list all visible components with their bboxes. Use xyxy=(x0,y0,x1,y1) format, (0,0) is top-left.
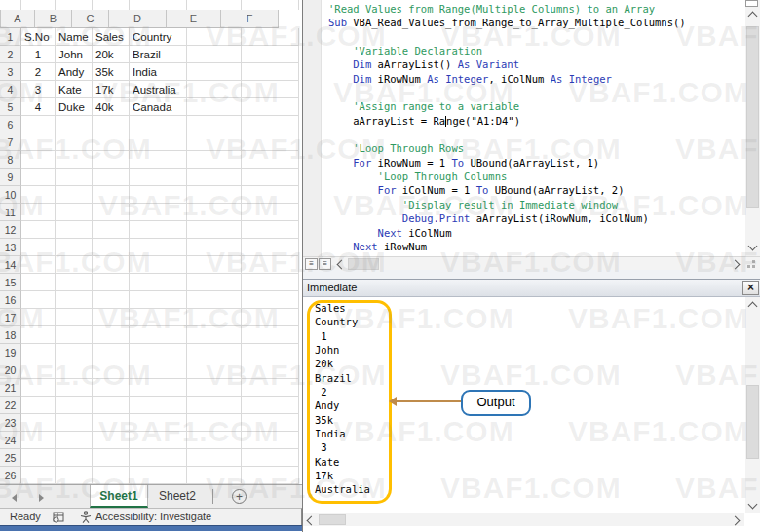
cell[interactable]: Brazil xyxy=(130,46,187,63)
cell[interactable] xyxy=(187,467,242,484)
cell[interactable] xyxy=(242,291,299,309)
cell[interactable] xyxy=(93,186,130,204)
cell[interactable] xyxy=(56,467,93,484)
cell[interactable] xyxy=(130,186,187,204)
cell[interactable] xyxy=(21,116,56,133)
cell[interactable] xyxy=(56,291,93,309)
cell[interactable] xyxy=(21,133,56,151)
cell[interactable] xyxy=(93,344,130,361)
scroll-right-icon[interactable] xyxy=(731,516,741,526)
cell[interactable] xyxy=(187,169,242,186)
cell[interactable] xyxy=(93,116,130,133)
cell[interactable] xyxy=(21,432,56,449)
cell[interactable] xyxy=(242,81,299,98)
code-pane[interactable]: 'Read Values from Range(Multiple Columns… xyxy=(303,0,760,256)
cell[interactable] xyxy=(187,326,242,344)
cell[interactable] xyxy=(187,432,242,449)
scroll-down-icon[interactable] xyxy=(748,242,758,251)
cell[interactable] xyxy=(21,309,56,326)
cell[interactable] xyxy=(56,186,93,204)
cell[interactable]: Duke xyxy=(56,98,93,116)
cell[interactable] xyxy=(242,467,299,484)
column-header[interactable]: A xyxy=(1,10,35,28)
cell[interactable] xyxy=(21,169,56,186)
cell[interactable] xyxy=(130,256,187,274)
split-handle[interactable] xyxy=(745,0,758,7)
code-hscrollbar[interactable]: ≡ ≡ xyxy=(303,256,760,270)
cell[interactable]: Sales xyxy=(93,28,130,46)
row-header[interactable]: 12 xyxy=(0,221,21,239)
row-header[interactable]: 19 xyxy=(0,344,21,361)
cell[interactable] xyxy=(130,449,187,467)
row-header[interactable]: 20 xyxy=(0,361,21,379)
cell[interactable] xyxy=(130,151,187,169)
cell[interactable]: 20k xyxy=(93,46,130,63)
cell[interactable] xyxy=(242,414,299,432)
cell[interactable] xyxy=(56,361,93,379)
cell[interactable] xyxy=(242,361,299,379)
resize-grip[interactable] xyxy=(752,260,755,263)
cell[interactable] xyxy=(56,449,93,467)
row-header[interactable]: 2 xyxy=(0,46,21,63)
cell[interactable]: Canada xyxy=(130,98,187,116)
cell[interactable] xyxy=(130,344,187,361)
cell[interactable] xyxy=(187,151,242,169)
scroll-right-icon[interactable] xyxy=(731,260,741,270)
cell[interactable]: Kate xyxy=(56,81,93,98)
cell[interactable] xyxy=(56,169,93,186)
cell[interactable] xyxy=(21,239,56,256)
cell[interactable] xyxy=(187,186,242,204)
immediate-vscroll-thumb[interactable] xyxy=(746,385,759,459)
cell[interactable] xyxy=(56,239,93,256)
cell[interactable] xyxy=(187,28,242,46)
cell[interactable] xyxy=(242,326,299,344)
cell[interactable] xyxy=(242,379,299,397)
cell[interactable]: John xyxy=(56,46,93,63)
cell[interactable] xyxy=(56,133,93,151)
cell[interactable] xyxy=(130,467,187,484)
cell[interactable] xyxy=(187,256,242,274)
cell[interactable] xyxy=(21,449,56,467)
cell[interactable] xyxy=(242,116,299,133)
row-header[interactable]: 21 xyxy=(0,379,21,397)
row-header[interactable]: 6 xyxy=(0,116,21,133)
cell[interactable]: Country xyxy=(130,28,187,46)
cell[interactable] xyxy=(56,344,93,361)
cell[interactable]: 17k xyxy=(93,81,130,98)
cell[interactable] xyxy=(21,397,56,414)
cell[interactable]: Name xyxy=(56,28,93,46)
cell[interactable] xyxy=(130,309,187,326)
cell[interactable]: 35k xyxy=(93,63,130,81)
row-header[interactable]: 18 xyxy=(0,326,21,344)
cell[interactable] xyxy=(187,379,242,397)
cell[interactable] xyxy=(21,361,56,379)
cell[interactable]: Andy xyxy=(56,63,93,81)
cell[interactable] xyxy=(130,169,187,186)
cell[interactable] xyxy=(21,344,56,361)
code-hscroll-thumb[interactable] xyxy=(348,258,379,270)
cell[interactable] xyxy=(187,204,242,221)
cell[interactable] xyxy=(130,239,187,256)
cell[interactable] xyxy=(242,221,299,239)
cell[interactable] xyxy=(187,221,242,239)
cell[interactable]: 4 xyxy=(21,98,56,116)
cell[interactable] xyxy=(93,239,130,256)
row-header[interactable]: 25 xyxy=(0,449,21,467)
accessibility-icon[interactable] xyxy=(80,511,92,523)
cell[interactable] xyxy=(187,239,242,256)
cell[interactable] xyxy=(56,256,93,274)
cell[interactable] xyxy=(21,467,56,484)
row-header[interactable]: 26 xyxy=(0,467,21,484)
select-all-corner[interactable] xyxy=(0,10,1,28)
row-header[interactable]: 24 xyxy=(0,432,21,449)
cell[interactable] xyxy=(56,414,93,432)
immediate-titlebar[interactable]: Immediate × xyxy=(303,279,760,297)
cell[interactable] xyxy=(242,239,299,256)
cell[interactable] xyxy=(93,133,130,151)
column-header[interactable]: F xyxy=(221,10,279,28)
column-header[interactable]: C xyxy=(72,10,109,28)
cell[interactable] xyxy=(187,98,242,116)
cell[interactable] xyxy=(21,151,56,169)
cell[interactable] xyxy=(187,361,242,379)
sheet-nav-prev-icon[interactable] xyxy=(12,494,17,502)
